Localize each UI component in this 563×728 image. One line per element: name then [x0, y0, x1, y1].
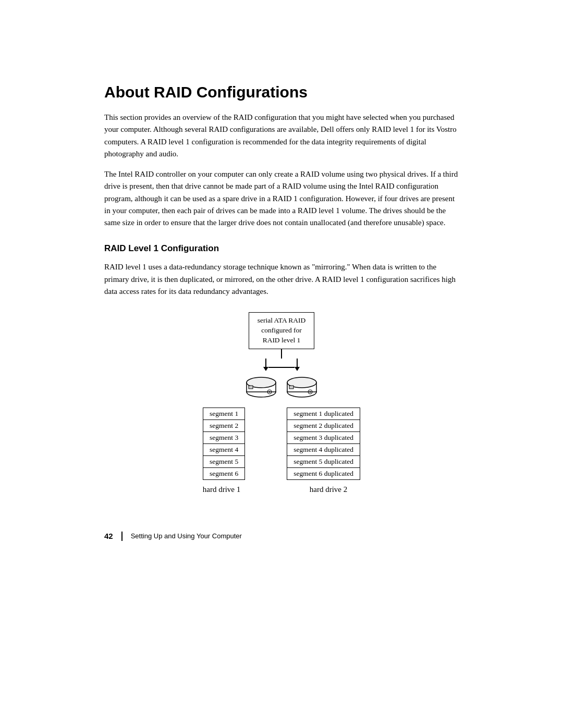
segment-right-5: segment 5 duplicated — [287, 455, 360, 467]
page-footer: 42 Setting Up and Using Your Computer — [104, 525, 459, 541]
svg-rect-3 — [249, 386, 253, 389]
segment-left-5: segment 5 — [203, 455, 245, 467]
segment-left-6: segment 6 — [203, 467, 245, 480]
page-title: About RAID Configurations — [104, 83, 459, 101]
page-content: About RAID Configurations This section p… — [104, 0, 459, 728]
segment-right-6: segment 6 duplicated — [287, 467, 360, 480]
vertical-line-top — [281, 349, 282, 359]
drive-icon-1 — [243, 373, 279, 398]
drive-icon-2 — [284, 373, 320, 398]
segment-right-3: segment 3 duplicated — [287, 431, 360, 443]
segment-left-2: segment 2 — [203, 419, 245, 431]
segments-area: segment 1 segment 2 segment 3 segment 4 … — [203, 408, 360, 480]
segment-right-4: segment 4 duplicated — [287, 443, 360, 455]
intro-paragraph-2: The Intel RAID controller on your comput… — [104, 168, 459, 229]
segment-left-4: segment 4 — [203, 443, 245, 455]
footer-divider — [121, 532, 123, 541]
right-branch — [295, 359, 300, 371]
svg-point-5 — [269, 391, 271, 392]
section-paragraph: RAID level 1 uses a data-redundancy stor… — [104, 261, 459, 298]
drive-labels-row: hard drive 1 hard drive 2 — [195, 485, 368, 494]
raid-config-box: serial ATA RAID configured for RAID leve… — [249, 312, 315, 349]
page-number: 42 — [104, 532, 113, 540]
svg-rect-9 — [289, 386, 293, 389]
segment-column-right: segment 1 duplicated segment 2 duplicate… — [287, 408, 360, 480]
split-line — [263, 359, 300, 371]
drive-icons-row — [243, 373, 320, 398]
left-arrow — [263, 367, 268, 371]
section-heading: RAID Level 1 Configuration — [104, 243, 459, 254]
svg-point-11 — [310, 391, 311, 392]
segment-left-3: segment 3 — [203, 431, 245, 443]
segment-right-1: segment 1 duplicated — [287, 408, 360, 419]
segment-column-left: segment 1 segment 2 segment 3 segment 4 … — [203, 408, 245, 480]
left-branch — [263, 359, 268, 371]
raid-diagram: serial ATA RAID configured for RAID leve… — [104, 312, 459, 494]
segment-right-2: segment 2 duplicated — [287, 419, 360, 431]
drive-label-1: hard drive 1 — [195, 485, 248, 494]
footer-text: Setting Up and Using Your Computer — [131, 532, 242, 540]
connector — [263, 349, 300, 371]
right-arrow — [295, 367, 300, 371]
segment-left-1: segment 1 — [203, 408, 245, 419]
intro-paragraph-1: This section provides an overview of the… — [104, 112, 459, 160]
drive-label-2: hard drive 2 — [289, 485, 368, 494]
